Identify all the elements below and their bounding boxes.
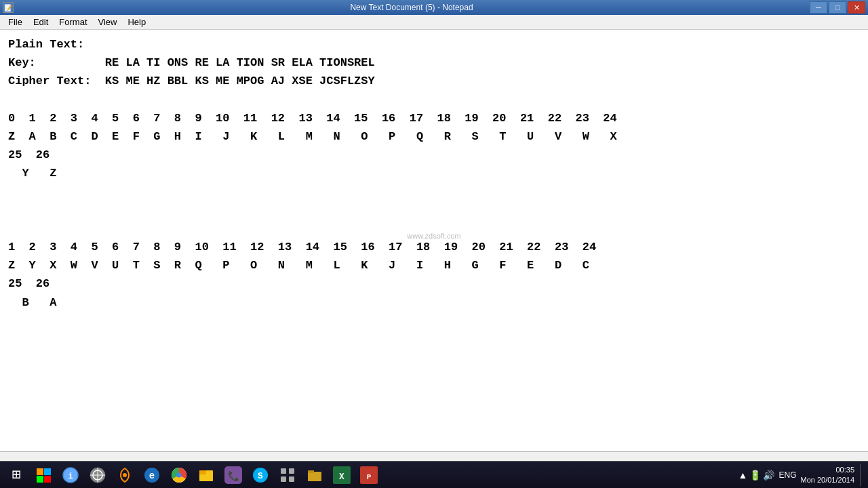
line-letters1: Z A B C D E F G H I J K L M N O P Q R S … xyxy=(8,127,860,146)
line-empty1 xyxy=(8,91,860,109)
svg-rect-0 xyxy=(37,468,43,475)
maximize-button[interactable]: □ xyxy=(829,1,846,14)
horizontal-scrollbar[interactable] xyxy=(0,451,868,461)
taskbar-app4[interactable] xyxy=(113,464,137,487)
taskbar-app1[interactable] xyxy=(31,464,56,487)
menu-view[interactable]: View xyxy=(93,16,123,28)
taskbar-icons: ⊞ i e 📞 S xyxy=(4,464,738,487)
svg-text:e: e xyxy=(149,470,155,481)
line-numbers1: 0 1 2 3 4 5 6 7 8 9 10 11 12 13 14 15 16… xyxy=(8,109,860,127)
line-cipher-text: Cipher Text: KS ME HZ BBL KS ME MPOG AJ … xyxy=(8,72,860,90)
line-2526a: 25 26 xyxy=(8,146,860,164)
taskbar-ie[interactable]: e xyxy=(140,464,164,487)
minimize-button[interactable]: ─ xyxy=(810,1,827,14)
line-numbers2: 1 2 3 4 5 6 7 8 9 10 11 12 13 14 15 16 1… xyxy=(8,238,860,256)
lang-indicator: ENG xyxy=(778,470,796,480)
line-yz: Y Z xyxy=(8,164,860,182)
taskbar-app3[interactable] xyxy=(85,464,110,487)
svg-rect-27 xyxy=(289,476,294,482)
svg-rect-2 xyxy=(37,476,43,483)
window-title: New Text Document (5) - Notepad xyxy=(14,3,810,12)
taskbar-files[interactable] xyxy=(194,464,218,487)
volume-icon: 🔊 xyxy=(763,470,774,481)
svg-text:i: i xyxy=(68,472,73,481)
svg-rect-28 xyxy=(308,472,321,481)
svg-rect-1 xyxy=(44,468,51,475)
svg-point-16 xyxy=(177,472,182,477)
scroll-track xyxy=(0,452,868,461)
taskbar-skype[interactable]: S xyxy=(248,464,273,487)
arrow-icon: ▲ xyxy=(738,470,748,481)
svg-text:📞: 📞 xyxy=(228,470,240,482)
app-icon: 📝 xyxy=(3,2,14,13)
svg-rect-24 xyxy=(281,468,286,474)
taskbar-ppt[interactable]: P xyxy=(357,464,381,487)
taskbar: ⊞ i e 📞 S xyxy=(0,461,868,488)
battery-icon: 🔋 xyxy=(749,470,761,481)
line-key: Key: RE LA TI ONS RE LA TION SR ELA TION… xyxy=(8,54,860,72)
taskbar-right: ▲ 🔋 🔊 ENG 00:35 Mon 20/01/2014 xyxy=(738,464,864,487)
window-controls: ─ □ ✕ xyxy=(810,1,865,14)
notepad-content[interactable]: Plain Text: Key: RE LA TI ONS RE LA TION… xyxy=(0,30,868,451)
svg-text:X: X xyxy=(339,472,344,482)
line-empty3 xyxy=(8,201,860,220)
svg-rect-29 xyxy=(308,470,314,473)
svg-text:S: S xyxy=(258,471,263,481)
svg-rect-19 xyxy=(199,470,206,473)
taskbar-app2[interactable]: i xyxy=(58,464,83,487)
line-letters2: Z Y X W V U T S R Q P O N M L K J I H G … xyxy=(8,256,860,274)
taskbar-grid[interactable] xyxy=(275,464,300,487)
time-display: 00:35 xyxy=(800,465,854,474)
line-empty4 xyxy=(8,220,860,238)
taskbar-folder2[interactable] xyxy=(302,464,327,487)
system-tray: ▲ 🔋 🔊 xyxy=(738,470,775,481)
menu-format[interactable]: Format xyxy=(54,16,92,28)
svg-point-10 xyxy=(123,473,127,477)
close-button[interactable]: ✕ xyxy=(848,1,865,14)
clock: 00:35 Mon 20/01/2014 xyxy=(800,465,854,485)
menu-help[interactable]: Help xyxy=(122,16,151,28)
taskbar-chrome[interactable] xyxy=(167,464,191,487)
line-empty2 xyxy=(8,183,860,201)
title-bar: 📝 New Text Document (5) - Notepad ─ □ ✕ xyxy=(0,0,868,15)
line-2526b: 25 26 xyxy=(8,274,860,293)
svg-text:P: P xyxy=(367,473,372,481)
menu-bar: File Edit Format View Help xyxy=(0,15,868,30)
taskbar-excel[interactable]: X xyxy=(330,464,354,487)
date-display: Mon 20/01/2014 xyxy=(800,475,854,485)
windows-icon[interactable]: ⊞ xyxy=(4,464,28,487)
svg-rect-3 xyxy=(44,476,51,483)
line-ba: B A xyxy=(8,293,860,312)
show-desktop-button[interactable] xyxy=(860,464,864,487)
svg-rect-26 xyxy=(281,476,286,482)
line-plain-text: Plain Text: xyxy=(8,35,860,54)
svg-rect-25 xyxy=(289,468,294,474)
taskbar-viber[interactable]: 📞 xyxy=(221,464,245,487)
menu-file[interactable]: File xyxy=(3,16,28,28)
menu-edit[interactable]: Edit xyxy=(28,16,54,28)
